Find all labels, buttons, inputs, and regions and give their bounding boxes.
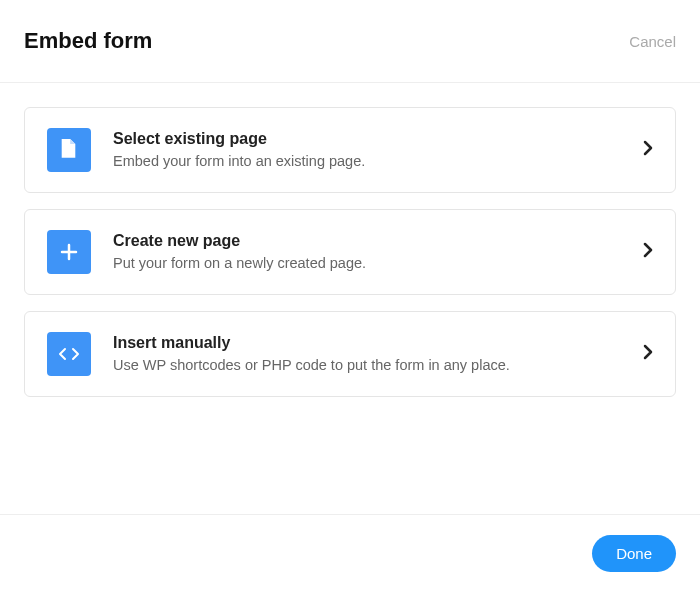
chevron-right-icon	[643, 344, 653, 364]
cancel-button[interactable]: Cancel	[629, 33, 676, 50]
code-icon	[47, 332, 91, 376]
option-text: Select existing page Embed your form int…	[113, 130, 631, 171]
option-description: Embed your form into an existing page.	[113, 152, 631, 171]
plus-icon	[47, 230, 91, 274]
option-title: Select existing page	[113, 130, 631, 148]
option-create-new-page[interactable]: Create new page Put your form on a newly…	[24, 209, 676, 295]
chevron-right-icon	[643, 242, 653, 262]
done-button[interactable]: Done	[592, 535, 676, 572]
dialog-title: Embed form	[24, 28, 152, 54]
options-list: Select existing page Embed your form int…	[0, 83, 700, 437]
chevron-right-icon	[643, 140, 653, 160]
option-description: Put your form on a newly created page.	[113, 254, 631, 273]
option-title: Create new page	[113, 232, 631, 250]
option-select-existing-page[interactable]: Select existing page Embed your form int…	[24, 107, 676, 193]
dialog-footer: Done	[0, 514, 700, 592]
dialog-header: Embed form Cancel	[0, 0, 700, 82]
option-text: Create new page Put your form on a newly…	[113, 232, 631, 273]
option-title: Insert manually	[113, 334, 631, 352]
page-icon	[47, 128, 91, 172]
option-insert-manually[interactable]: Insert manually Use WP shortcodes or PHP…	[24, 311, 676, 397]
option-text: Insert manually Use WP shortcodes or PHP…	[113, 334, 631, 375]
option-description: Use WP shortcodes or PHP code to put the…	[113, 356, 631, 375]
